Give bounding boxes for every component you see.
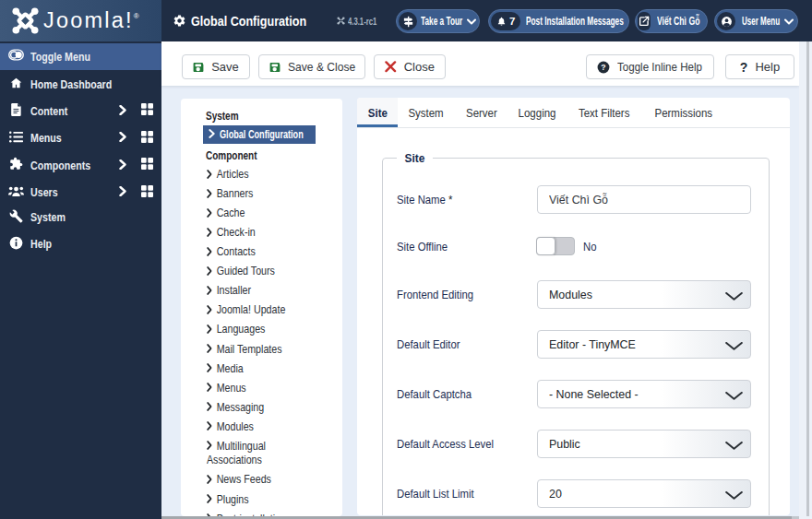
svg-text:?: ? [602, 62, 606, 71]
